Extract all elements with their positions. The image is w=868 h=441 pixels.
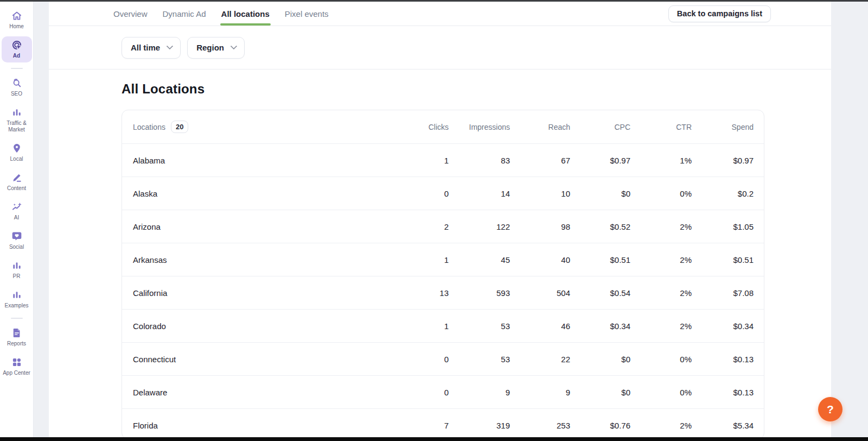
table-row[interactable]: Delaware 0 9 9 $0 0% $0.13: [122, 375, 764, 408]
cell-reach: 46: [510, 322, 570, 331]
cell-impressions: 45: [449, 255, 510, 264]
cell-impressions: 122: [449, 222, 510, 231]
sidebar-item-ad[interactable]: Ad: [2, 36, 32, 62]
cell-cpc: $0.52: [570, 222, 630, 231]
tab-all-locations[interactable]: All locations: [221, 2, 270, 26]
home-icon: [11, 10, 22, 21]
region-filter-dropdown[interactable]: Region: [187, 37, 245, 59]
column-header-clicks: Clicks: [400, 123, 449, 131]
cell-location: Colorado: [133, 322, 400, 331]
sidebar-item-reports[interactable]: Reports: [2, 324, 32, 350]
cell-cpc: $0.76: [570, 421, 630, 430]
back-to-campaigns-button[interactable]: Back to campaigns list: [668, 5, 771, 22]
cell-ctr: 2%: [630, 421, 692, 430]
cell-clicks: 7: [400, 421, 449, 430]
sparkles-icon: [11, 201, 22, 212]
cell-cpc: $0.34: [570, 322, 630, 331]
heart-bubble-icon: [11, 231, 22, 242]
document-icon: [11, 327, 22, 338]
map-pin-icon: [11, 143, 22, 154]
sidebar-item-examples[interactable]: Examples: [2, 286, 32, 312]
column-header-impressions: Impressions: [449, 123, 510, 131]
cell-spend: $0.51: [692, 255, 754, 264]
sidebar-item-ai[interactable]: AI: [2, 198, 32, 224]
cell-ctr: 2%: [630, 322, 692, 331]
table-row[interactable]: Colorado 1 53 46 $0.34 2% $0.34: [122, 309, 764, 342]
cell-ctr: 2%: [630, 255, 692, 264]
cell-location: Delaware: [133, 388, 400, 397]
tab-label: Pixel events: [285, 9, 329, 18]
active-tab-underline: [220, 23, 271, 26]
cell-clicks: 1: [400, 322, 449, 331]
cell-cpc: $0.97: [570, 156, 630, 165]
table-row[interactable]: Alabama 1 83 67 $0.97 1% $0.97: [122, 143, 764, 177]
sidebar-item-content[interactable]: Content: [2, 169, 32, 195]
app-root: Home Ad SEO Traffic: [0, 2, 868, 437]
sidebar-item-app-center[interactable]: App Center: [2, 354, 32, 380]
sidebar-item-seo[interactable]: SEO: [2, 74, 32, 100]
time-filter-dropdown[interactable]: All time: [122, 37, 181, 59]
cell-ctr: 0%: [630, 355, 692, 364]
cell-location: Arizona: [133, 222, 400, 231]
cell-location: Arkansas: [133, 255, 400, 264]
sidebar-item-home[interactable]: Home: [2, 7, 32, 33]
cell-impressions: 53: [449, 322, 510, 331]
cell-cpc: $0: [570, 388, 630, 397]
cell-spend: $7.08: [692, 288, 754, 298]
column-header-ctr: CTR: [630, 123, 692, 131]
cell-reach: 253: [510, 421, 570, 430]
sidebar-item-label: AI: [14, 215, 19, 221]
main-panel: Overview Dynamic Ad All locations Pixel …: [49, 2, 831, 437]
cell-reach: 22: [510, 355, 570, 364]
table-header-row: Locations 20 Clicks Impressions Reach CP…: [122, 110, 764, 143]
sidebar-item-label: Ad: [13, 53, 20, 59]
sidebar-item-label: Local: [10, 156, 23, 162]
cell-impressions: 53: [449, 355, 510, 364]
table-row[interactable]: Florida 7 319 253 $0.76 2% $5.34: [122, 408, 764, 437]
time-filter-value: All time: [131, 43, 160, 52]
sidebar-item-traffic-market[interactable]: Traffic & Market: [2, 104, 32, 136]
cell-ctr: 1%: [630, 156, 692, 165]
sidebar-divider: [11, 318, 23, 319]
sidebar-item-social[interactable]: Social: [2, 228, 32, 254]
cell-spend: $0.34: [692, 322, 754, 331]
help-button[interactable]: ?: [818, 397, 843, 421]
tab-pixel-events[interactable]: Pixel events: [285, 2, 329, 26]
table-row[interactable]: Alaska 0 14 10 $0 0% $0.2: [122, 177, 764, 210]
bar-chart-icon: [11, 107, 22, 118]
bar-chart-icon: [11, 289, 22, 300]
cell-ctr: 2%: [630, 222, 692, 231]
tab-bar: Overview Dynamic Ad All locations Pixel …: [49, 2, 831, 26]
bar-chart-icon: [11, 260, 22, 271]
cell-ctr: 0%: [630, 388, 692, 397]
table-row[interactable]: Connecticut 0 53 22 $0 0% $0.13: [122, 342, 764, 375]
cell-clicks: 0: [400, 355, 449, 364]
cell-cpc: $0: [570, 189, 630, 198]
sidebar-item-label: App Center: [3, 370, 30, 376]
cell-spend: $0.2: [692, 189, 754, 198]
cell-reach: 40: [510, 255, 570, 264]
tabs: Overview Dynamic Ad All locations Pixel …: [113, 2, 329, 26]
cell-impressions: 9: [449, 388, 510, 397]
sidebar-item-local[interactable]: Local: [2, 140, 32, 166]
tab-label: All locations: [221, 9, 270, 18]
locations-header-cell: Locations 20: [133, 121, 400, 133]
cell-location: California: [133, 288, 400, 298]
tab-overview[interactable]: Overview: [113, 2, 148, 26]
cell-reach: 67: [510, 156, 570, 165]
tab-dynamic-ad[interactable]: Dynamic Ad: [163, 2, 206, 26]
cell-location: Florida: [133, 421, 400, 430]
locations-header-label: Locations: [133, 123, 165, 131]
sidebar: Home Ad SEO Traffic: [0, 2, 34, 437]
sidebar-item-pr[interactable]: PR: [2, 257, 32, 283]
cell-cpc: $0: [570, 355, 630, 364]
table-row[interactable]: California 13 593 504 $0.54 2% $7.08: [122, 276, 764, 309]
cell-impressions: 593: [449, 288, 510, 298]
sidebar-item-label: Content: [7, 185, 26, 192]
table-row[interactable]: Arkansas 1 45 40 $0.51 2% $0.51: [122, 243, 764, 276]
cell-impressions: 83: [449, 156, 510, 165]
table-row[interactable]: Arizona 2 122 98 $0.52 2% $1.05: [122, 210, 764, 243]
cell-location: Alaska: [133, 189, 400, 198]
cell-location: Alabama: [133, 156, 400, 165]
cell-ctr: 0%: [630, 189, 692, 198]
